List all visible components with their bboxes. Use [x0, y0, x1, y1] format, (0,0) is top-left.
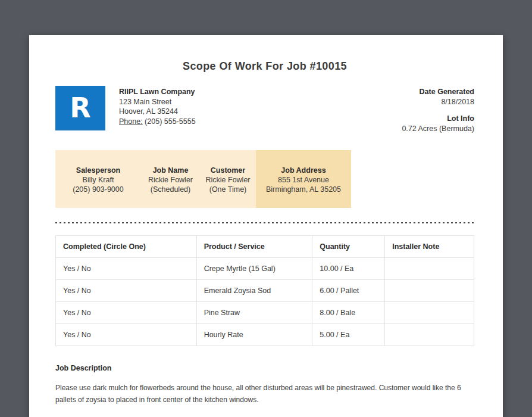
summary-value-line2: (205) 903-9000	[55, 185, 141, 194]
summary-value-line1: Rickie Fowler	[141, 175, 200, 185]
product-cell: Crepe Myrtle (15 Gal)	[196, 258, 312, 280]
job-summary-bar: Salesperson Billy Kraft (205) 903-9000 J…	[55, 150, 351, 208]
document-meta-block: Date Generated 8/18/2018 Lot Info 0.72 A…	[402, 86, 474, 133]
lot-info-label: Lot Info	[402, 114, 474, 124]
completed-cell: Yes / No	[56, 302, 197, 324]
company-logo: R	[55, 86, 105, 130]
installer-note-cell	[385, 302, 474, 324]
summary-label: Job Name	[141, 166, 200, 175]
summary-value-line1: Rickie Fowler	[200, 175, 256, 185]
summary-col-customer: Customer Rickie Fowler (One Time)	[200, 150, 256, 208]
col-header-completed: Completed (Circle One)	[56, 236, 197, 258]
document-header: R RIIPL Lawn Company 123 Main Street Hoo…	[55, 86, 474, 133]
table-row: Yes / No Emerald Zoysia Sod 6.00 / Palle…	[56, 280, 474, 302]
company-name: RIIPL Lawn Company	[119, 87, 196, 97]
company-address-line1: 123 Main Street	[119, 97, 196, 107]
document-page: Scope Of Work For Job #10015 R RIIPL Law…	[29, 35, 503, 417]
product-cell: Pine Straw	[196, 302, 312, 324]
summary-label: Job Address	[256, 166, 351, 175]
summary-col-salesperson: Salesperson Billy Kraft (205) 903-9000	[55, 150, 141, 208]
job-description-heading: Job Description	[55, 364, 474, 372]
job-description-section: Job Description Please use dark mulch fo…	[55, 364, 474, 417]
job-description-paragraph: Please use dark mulch for flowerbeds aro…	[55, 382, 474, 406]
quantity-cell: 5.00 / Ea	[312, 324, 385, 346]
phone-label: Phone:	[119, 117, 143, 126]
phone-value: (205) 555-5555	[145, 117, 195, 126]
table-row: Yes / No Pine Straw 8.00 / Bale	[56, 302, 474, 324]
col-header-installer-note: Installer Note	[385, 236, 474, 258]
summary-label: Customer	[200, 166, 256, 175]
company-address-line2: Hoover, AL 35244	[119, 107, 196, 117]
summary-value-line2: Birmingham, AL 35205	[256, 185, 351, 194]
document-viewer-background: Scope Of Work For Job #10015 R RIIPL Law…	[0, 0, 532, 417]
table-row: Yes / No Hourly Rate 5.00 / Ea	[56, 324, 474, 346]
col-header-product: Product / Service	[196, 236, 312, 258]
company-phone: Phone: (205) 555-5555	[119, 117, 196, 127]
date-generated-value: 8/18/2018	[402, 97, 474, 107]
summary-col-job-name: Job Name Rickie Fowler (Scheduled)	[141, 150, 200, 208]
completed-cell: Yes / No	[56, 280, 197, 302]
installer-note-cell	[385, 280, 474, 302]
product-cell: Emerald Zoysia Sod	[196, 280, 312, 302]
summary-value-line1: 855 1st Avenue	[256, 175, 351, 185]
date-generated-label: Date Generated	[402, 87, 474, 97]
installer-note-cell	[385, 258, 474, 280]
quantity-cell: 10.00 / Ea	[312, 258, 385, 280]
summary-col-job-address: Job Address 855 1st Avenue Birmingham, A…	[256, 150, 351, 208]
summary-value-line1: Billy Kraft	[55, 175, 141, 185]
completed-cell: Yes / No	[56, 324, 197, 346]
quantity-cell: 6.00 / Pallet	[312, 280, 385, 302]
summary-label: Salesperson	[55, 166, 141, 175]
table-row: Yes / No Crepe Myrtle (15 Gal) 10.00 / E…	[56, 258, 474, 280]
product-cell: Hourly Rate	[196, 324, 312, 346]
logo-letter-r: R	[70, 94, 90, 122]
work-items-table: Completed (Circle One) Product / Service…	[55, 235, 474, 346]
completed-cell: Yes / No	[56, 258, 197, 280]
page-title: Scope Of Work For Job #10015	[55, 60, 474, 73]
company-info-block: RIIPL Lawn Company 123 Main Street Hoove…	[119, 86, 196, 126]
quantity-cell: 8.00 / Bale	[312, 302, 385, 324]
installer-note-cell	[385, 324, 474, 346]
col-header-quantity: Quantity	[312, 236, 385, 258]
table-header-row: Completed (Circle One) Product / Service…	[56, 236, 474, 258]
lot-info-value: 0.72 Acres (Bermuda)	[402, 124, 474, 134]
summary-value-line2: (One Time)	[200, 185, 256, 194]
summary-value-line2: (Scheduled)	[141, 185, 200, 194]
dashed-divider	[55, 222, 474, 223]
